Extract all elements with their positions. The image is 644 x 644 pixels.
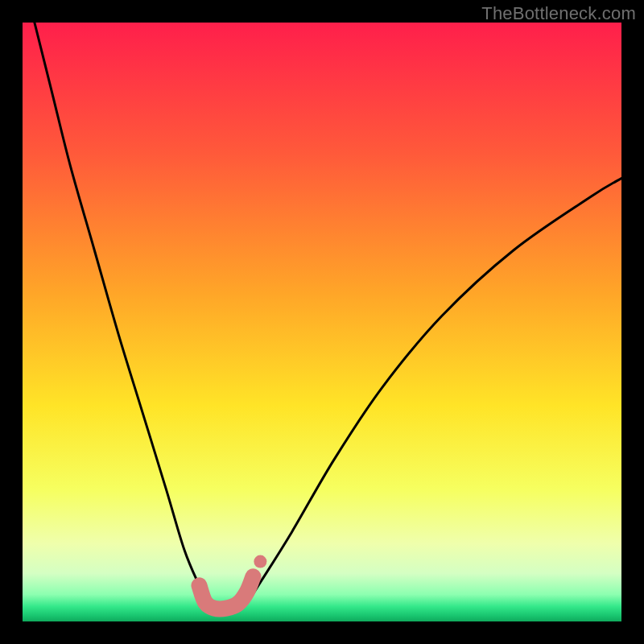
optimal-range-endcap: [254, 555, 266, 568]
watermark-text: TheBottleneck.com: [481, 3, 636, 24]
chart-background: [23, 23, 621, 621]
bottleneck-chart: [23, 23, 621, 621]
chart-frame: [23, 23, 621, 621]
